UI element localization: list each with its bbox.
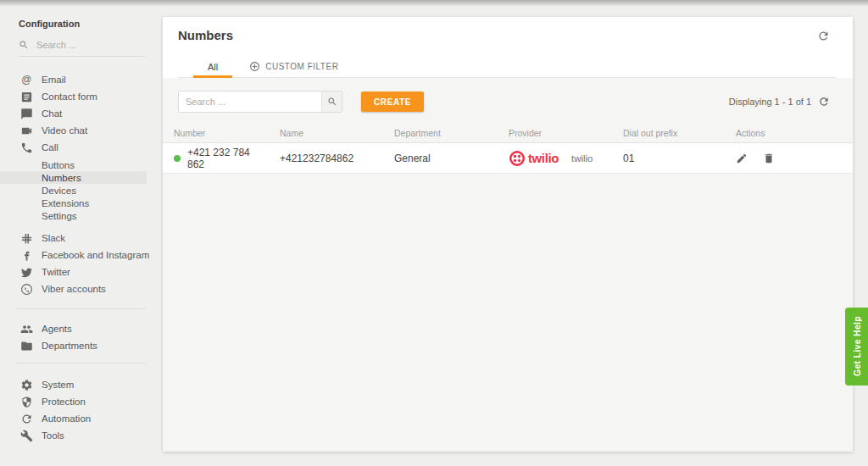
sidebar-item-label: Viber accounts (42, 284, 106, 294)
edit-icon[interactable] (736, 153, 748, 164)
sidebar-item-settings[interactable]: Settings (0, 209, 147, 222)
column-header-number: Number (163, 128, 269, 138)
sidebar-item-label: Slack (42, 233, 65, 243)
sidebar-item-buttons[interactable]: Buttons (0, 158, 147, 171)
facebook-icon (20, 249, 33, 262)
displaying-text: Displaying 1 - 1 of 1 (729, 97, 811, 107)
column-header-department: Department (383, 128, 498, 138)
folder-icon (20, 340, 33, 352)
sidebar-item-label: Tools (42, 430, 64, 441)
department-cell: General (383, 153, 498, 164)
toolbar: CREATE Displaying 1 - 1 of 1 (163, 78, 853, 113)
sidebar-item-slack[interactable]: Slack (0, 230, 161, 247)
sidebar-search[interactable] (19, 40, 146, 57)
get-live-help-label: Get Live Help (852, 316, 862, 376)
phone-icon (20, 141, 33, 154)
tab-custom-filter[interactable]: CUSTOM FILTER (246, 56, 342, 77)
wrench-icon (20, 430, 33, 442)
delete-icon[interactable] (763, 153, 775, 164)
twilio-logo-icon: twilio (509, 150, 559, 167)
number-cell: +421 232 784 862 (163, 147, 269, 170)
sidebar-item-label: Chat (42, 108, 62, 119)
sidebar-item-protection[interactable]: Protection (0, 393, 161, 410)
create-button[interactable]: CREATE (361, 92, 424, 112)
table-header: Number Name Department Provider Dial out… (163, 123, 853, 143)
sidebar-item-devices[interactable]: Devices (0, 184, 147, 197)
sidebar-item-label: Extensions (42, 198, 89, 208)
people-icon (20, 323, 33, 336)
sidebar-item-email[interactable]: @ Email (0, 71, 161, 88)
sidebar-item-system[interactable]: System (0, 376, 161, 393)
search-icon (327, 97, 337, 107)
dial-out-prefix-value: 01 (623, 153, 634, 164)
plus-circle-icon (249, 61, 260, 72)
dial-out-prefix-cell: 01 (612, 153, 725, 164)
sidebar-item-label: Contact form (42, 92, 97, 102)
sidebar-item-label: Settings (42, 211, 77, 221)
gear-icon (20, 379, 33, 391)
sidebar-item-label: Protection (42, 397, 86, 407)
page-title: Numbers (178, 29, 836, 42)
sidebar-item-label: Agents (42, 324, 72, 334)
sidebar-item-contact-form[interactable]: Contact form (0, 88, 161, 105)
refresh-icon[interactable] (817, 30, 830, 42)
sidebar-item-extensions[interactable]: Extensions (0, 197, 147, 209)
sidebar-divider (15, 363, 147, 363)
sidebar-item-label: Email (42, 75, 66, 85)
table-row[interactable]: +421 232 784 862 +421232784862 General t… (163, 143, 853, 174)
panel-content: CREATE Displaying 1 - 1 of 1 Number Name… (163, 78, 853, 452)
sidebar-item-label: Video chat (42, 125, 87, 136)
sidebar-item-label: Twitter (42, 267, 70, 277)
sidebar-nav: @ Email Contact form Chat Video chat Cal… (0, 71, 161, 444)
sidebar-item-label: System (42, 380, 74, 390)
sidebar-item-twitter[interactable]: Twitter (0, 264, 161, 280)
at-sign-icon: @ (20, 74, 33, 86)
slack-icon (20, 232, 33, 245)
column-header-actions: Actions (725, 128, 853, 138)
numbers-panel: Numbers All CUSTOM FILTER CREATE Display… (163, 17, 853, 452)
contact-form-icon (20, 91, 33, 103)
tab-bar: All CUSTOM FILTER (178, 56, 836, 78)
sidebar-item-viber[interactable]: Viber accounts (0, 280, 161, 297)
sidebar-item-label: Facebook and Instagram (42, 250, 149, 260)
sidebar-item-tools[interactable]: Tools (0, 427, 161, 444)
department-value: General (394, 153, 431, 164)
sidebar-item-facebook-instagram[interactable]: Facebook and Instagram (0, 247, 161, 264)
table-search (178, 91, 342, 113)
sidebar-item-chat[interactable]: Chat (0, 105, 161, 122)
column-header-dial-out-prefix: Dial out prefix (612, 128, 725, 138)
sidebar-item-agents[interactable]: Agents (0, 320, 161, 337)
sidebar-divider (15, 308, 147, 309)
provider-value: twilio (571, 153, 593, 164)
video-camera-icon (20, 125, 33, 137)
sidebar-title: Configuration (19, 19, 161, 29)
twitter-icon (20, 266, 33, 279)
call-subitems: Buttons Numbers Devices Extensions Setti… (0, 158, 161, 222)
name-cell: +421232784862 (269, 153, 383, 164)
search-input[interactable] (179, 92, 321, 112)
twilio-wordmark: twilio (528, 151, 559, 165)
sidebar-item-label: Departments (42, 341, 97, 351)
name-value: +421232784862 (280, 153, 353, 164)
sidebar-item-departments[interactable]: Departments (0, 337, 161, 354)
sidebar-item-numbers[interactable]: Numbers (0, 171, 147, 184)
chat-bubble-icon (20, 108, 33, 120)
sidebar-item-label: Devices (42, 186, 76, 196)
shield-icon (20, 396, 33, 408)
sidebar-item-video-chat[interactable]: Video chat (0, 122, 161, 139)
tab-all[interactable]: All (193, 56, 232, 77)
sidebar-search-input[interactable] (36, 40, 146, 50)
tab-label: CUSTOM FILTER (265, 62, 338, 71)
sidebar-item-automation[interactable]: Automation (0, 410, 161, 427)
svg-text:@: @ (21, 74, 31, 86)
get-live-help-button[interactable]: Get Live Help (845, 308, 868, 386)
sidebar-item-label: Call (42, 142, 58, 153)
sidebar-item-label: Automation (42, 413, 91, 424)
sidebar-item-call[interactable]: Call (0, 139, 161, 156)
search-button[interactable] (321, 92, 342, 112)
refresh-icon[interactable] (818, 96, 830, 108)
sync-icon (20, 413, 33, 425)
panel-header: Numbers All CUSTOM FILTER (163, 17, 853, 78)
status-active-dot (174, 155, 181, 162)
provider-cell: twilio twilio (498, 150, 612, 167)
